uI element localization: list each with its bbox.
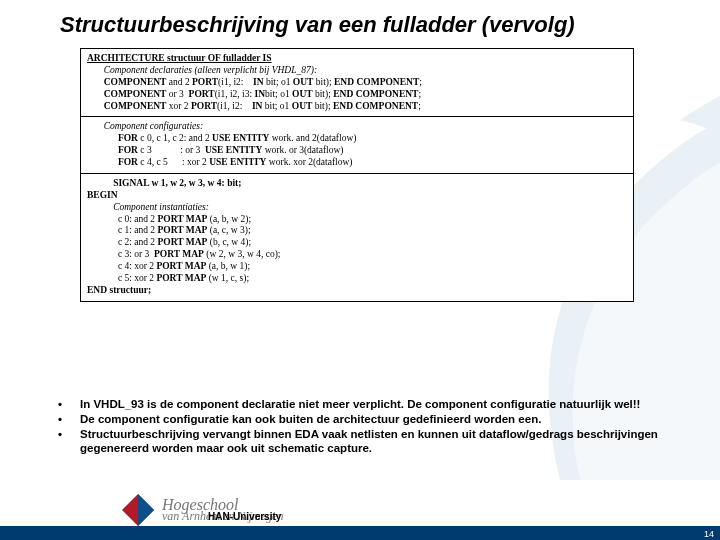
code-line: Component configuraties: [104, 121, 203, 131]
footer: Hogeschool van Arnhem en Nijmegen HAN-Un… [0, 480, 720, 540]
page-number: 14 [704, 529, 714, 539]
code-line: c 2: and 2 PORT MAP (b, c, w 4); [87, 237, 627, 249]
code-line: BEGIN [87, 190, 118, 200]
code-line: Component instantiaties: [113, 202, 209, 212]
code-line: FOR c 3 : or 3 USE ENTITY work. or 3(dat… [87, 145, 627, 157]
han-university-label: HAN-University [208, 511, 281, 522]
footer-bar [0, 526, 720, 540]
code-line: Component declaraties (alleen verplicht … [104, 65, 317, 75]
code-line: c 1: and 2 PORT MAP (a, c, w 3); [87, 225, 627, 237]
list-item: •De component configuratie kan ook buite… [58, 413, 658, 426]
code-line: COMPONENT and 2 PORT(i1, i2: IN bit; o1 … [87, 77, 627, 89]
bullet-text: Structuurbeschrijving vervangt binnen ED… [80, 428, 658, 454]
logo-diamond-icon [120, 492, 156, 528]
list-item: •In VHDL_93 is de component declaratie n… [58, 398, 658, 411]
code-line: c 3: or 3 PORT MAP (w 2, w 3, w 4, co); [87, 249, 627, 261]
separator [81, 116, 633, 117]
bullet-list: •In VHDL_93 is de component declaratie n… [58, 398, 658, 457]
code-line: FOR c 4, c 5 : xor 2 USE ENTITY work. xo… [87, 157, 627, 169]
slide-title: Structuurbeschrijving van een fulladder … [60, 12, 700, 38]
svg-marker-1 [138, 494, 154, 510]
bullet-text: In VHDL_93 is de component declaratie ni… [80, 398, 658, 411]
code-line: COMPONENT or 3 PORT(i1, i2, i3: INbit; o… [87, 89, 627, 101]
code-line: COMPONENT xor 2 PORT(i1, i2: IN bit; o1 … [87, 101, 627, 113]
code-line: c 4: xor 2 PORT MAP (a, b, w 1); [87, 261, 627, 273]
code-line: END structuur; [87, 285, 151, 295]
bullet-text: De component configuratie kan ook buiten… [80, 413, 658, 426]
code-line: c 0: and 2 PORT MAP (a, b, w 2); [87, 214, 627, 226]
code-line: SIGNAL w 1, w 2, w 3, w 4: bit; [113, 178, 241, 188]
han-logo: Hogeschool van Arnhem en Nijmegen [120, 492, 283, 528]
code-line: FOR c 0, c 1, c 2: and 2 USE ENTITY work… [87, 133, 627, 145]
code-line: ARCHITECTURE structuur OF fulladder IS [87, 53, 272, 63]
svg-marker-2 [138, 510, 154, 526]
vhdl-code-box: ARCHITECTURE structuur OF fulladder IS C… [80, 48, 634, 302]
list-item: •Structuurbeschrijving vervangt binnen E… [58, 428, 658, 454]
code-line: c 5: xor 2 PORT MAP (w 1, c, s); [87, 273, 627, 285]
separator [81, 173, 633, 174]
